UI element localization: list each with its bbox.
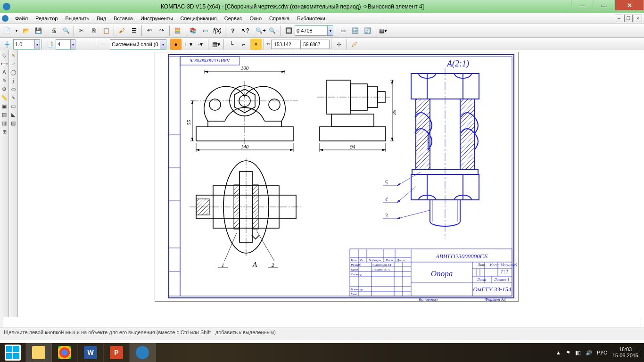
calc-button[interactable]: 🧮 bbox=[172, 25, 183, 36]
menu-tools[interactable]: Инструменты bbox=[137, 14, 177, 23]
assoc-icon[interactable]: ⊞ bbox=[0, 128, 8, 135]
close-button[interactable]: ✕ bbox=[615, 0, 644, 11]
new-dd[interactable]: ▾ bbox=[14, 25, 19, 36]
svg-text:А: А bbox=[252, 261, 257, 268]
start-button[interactable] bbox=[0, 343, 26, 362]
snap-point[interactable]: ·▾ bbox=[195, 39, 206, 50]
mdi-restore[interactable]: ❐ bbox=[624, 15, 633, 22]
measure-icon[interactable]: 📏 bbox=[0, 94, 8, 101]
minimize-button[interactable]: — bbox=[571, 0, 593, 11]
windows-button[interactable]: ▦▾ bbox=[377, 25, 388, 36]
tray-network-icon[interactable]: ▮▯ bbox=[575, 350, 581, 356]
tray-up-icon[interactable]: ▲ bbox=[556, 350, 561, 355]
arc-tool[interactable]: ⟆ bbox=[9, 77, 17, 84]
task-word[interactable]: W bbox=[78, 343, 104, 362]
copy-button[interactable]: ⎘ bbox=[88, 25, 99, 36]
zoom-refresh[interactable]: 🔄 bbox=[362, 25, 373, 36]
layer-manager[interactable]: ≣ bbox=[98, 39, 109, 50]
grid[interactable]: ▦▾ bbox=[210, 39, 222, 50]
var-button[interactable]: f(x) bbox=[212, 25, 223, 36]
menu-file[interactable]: Файл bbox=[11, 14, 32, 23]
status-bar: Щелкните левой кнопкой мыши на объекте д… bbox=[0, 328, 644, 340]
task-explorer[interactable] bbox=[26, 343, 52, 362]
menu-select[interactable]: Выделить bbox=[61, 14, 93, 23]
menu-spec[interactable]: Спецификация bbox=[177, 14, 221, 23]
menu-view[interactable]: Вид bbox=[93, 14, 110, 23]
report-icon[interactable]: ▥ bbox=[0, 119, 8, 127]
spec-icon[interactable]: ▤ bbox=[0, 111, 8, 118]
coord-y[interactable]: -59.6867 bbox=[300, 40, 330, 49]
task-kompas[interactable] bbox=[130, 343, 156, 362]
zoom-out[interactable]: 🔍- bbox=[267, 25, 279, 36]
edit-icon[interactable]: ✎ bbox=[0, 77, 8, 84]
svg-text:94: 94 bbox=[350, 144, 356, 149]
menu-help[interactable]: Справка bbox=[265, 14, 293, 23]
library-button[interactable]: 📚 bbox=[187, 25, 198, 36]
save-button[interactable]: 💾 bbox=[33, 25, 44, 36]
zoom-combo[interactable]: ▾ bbox=[295, 25, 333, 36]
help-button[interactable]: ？ bbox=[227, 25, 239, 36]
new-button[interactable]: 📄 bbox=[1, 25, 13, 36]
paste-button[interactable]: 📋 bbox=[100, 25, 112, 36]
mdi-close[interactable]: × bbox=[634, 15, 642, 22]
menu-window[interactable]: Окно bbox=[246, 14, 265, 23]
snap-toggle[interactable]: ● bbox=[170, 39, 182, 50]
coord-x[interactable]: -153.142 bbox=[271, 40, 300, 49]
tray-clock[interactable]: 16:03 15.06.2015 bbox=[612, 346, 638, 359]
round[interactable]: ⌐ bbox=[238, 39, 249, 50]
axis[interactable]: ⊹ bbox=[333, 39, 345, 50]
text-icon[interactable]: A bbox=[0, 68, 8, 76]
cut-button[interactable]: ✂ bbox=[76, 25, 87, 36]
lcs[interactable]: ✧ bbox=[250, 39, 262, 50]
properties[interactable]: ☰ bbox=[128, 25, 140, 36]
spec-button[interactable]: ▭ bbox=[199, 25, 211, 36]
ellipse-tool[interactable]: ⬭ bbox=[9, 85, 17, 93]
task-chrome[interactable] bbox=[52, 343, 78, 362]
svg-text:140: 140 bbox=[241, 144, 249, 149]
sel-icon[interactable]: ▣ bbox=[0, 102, 8, 110]
open-button[interactable]: 📂 bbox=[20, 25, 32, 36]
tray-volume-icon[interactable]: 🔊 bbox=[586, 350, 592, 356]
ortho[interactable]: └ bbox=[226, 39, 237, 50]
spline-tool[interactable]: ∿ bbox=[9, 94, 17, 101]
layers-button[interactable]: 📑 bbox=[44, 39, 55, 50]
point-tool[interactable]: ∿ bbox=[9, 51, 17, 59]
task-powerpoint[interactable]: P bbox=[104, 343, 130, 362]
zoom-fit[interactable]: ▭ bbox=[337, 25, 348, 36]
menu-insert[interactable]: Вставка bbox=[110, 14, 137, 23]
layer-combo[interactable]: ▾ bbox=[110, 39, 166, 49]
edit-button[interactable]: 🖊 bbox=[349, 39, 360, 50]
zoom-in[interactable]: 🔍+ bbox=[255, 25, 266, 36]
circle-tool[interactable]: ◯ bbox=[9, 68, 17, 76]
hatch-tool[interactable]: ▨ bbox=[9, 119, 17, 127]
geom-icon[interactable]: ◇ bbox=[0, 51, 8, 59]
zoom-window[interactable]: 🔲 bbox=[283, 25, 294, 36]
redo-button[interactable]: ↷ bbox=[156, 25, 167, 36]
dim-icon[interactable]: ⟷ bbox=[0, 60, 8, 67]
zoom-prev[interactable]: 🔙 bbox=[349, 25, 361, 36]
whatsthis[interactable]: ↖? bbox=[239, 25, 251, 36]
drawing-canvas[interactable]: АВИГО23000000СБ 100 bbox=[18, 50, 644, 330]
rect-tool[interactable]: ▭ bbox=[9, 102, 17, 110]
tray-lang[interactable]: РУС bbox=[597, 350, 607, 355]
menu-service[interactable]: Сервис bbox=[221, 14, 246, 23]
menu-libs[interactable]: Библиотеки bbox=[293, 14, 329, 23]
svg-text:Масса: Масса bbox=[489, 263, 499, 267]
copy-props[interactable]: 🖌 bbox=[116, 25, 127, 36]
layernum-combo[interactable]: ▾ bbox=[56, 39, 75, 49]
menu-editor[interactable]: Редактор bbox=[32, 14, 61, 23]
ortho-hv[interactable]: ┼ bbox=[1, 39, 13, 50]
maximize-button[interactable]: ▭ bbox=[593, 0, 615, 11]
snap-end[interactable]: ∟▾ bbox=[182, 39, 194, 50]
tray-action-icon[interactable]: ⚑ bbox=[566, 350, 570, 356]
print-button[interactable]: 🖨 bbox=[48, 25, 59, 36]
svg-text:4: 4 bbox=[385, 196, 388, 203]
chamfer-tool[interactable]: ◣ bbox=[9, 111, 17, 118]
mdi-min[interactable]: – bbox=[615, 15, 623, 22]
preview-button[interactable]: 🔍 bbox=[60, 25, 72, 36]
zoom-input[interactable] bbox=[295, 28, 327, 33]
line-tool[interactable]: ⟋ bbox=[9, 60, 17, 67]
linewidth-combo[interactable]: ▾ bbox=[13, 39, 40, 49]
param-icon[interactable]: ⚙ bbox=[0, 85, 8, 93]
undo-button[interactable]: ↶ bbox=[144, 25, 155, 36]
